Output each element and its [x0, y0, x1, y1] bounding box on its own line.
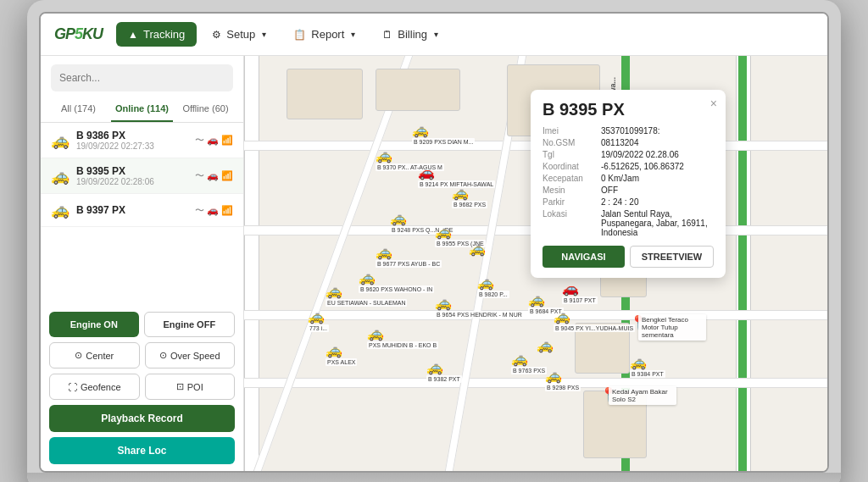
popup-label-gsm: No.GSM: [542, 138, 598, 147]
report-icon: 📋: [293, 29, 306, 41]
center-label: Center: [86, 351, 114, 361]
over-speed-button[interactable]: ⊙ Over Speed: [145, 342, 236, 368]
map-car: 🚕B 9382 PXT: [426, 359, 462, 383]
poi-label: POI: [187, 382, 203, 392]
vehicle-time: 19/09/2022 02:28:06: [76, 177, 188, 186]
vehicle-icon: 🚕: [51, 167, 70, 186]
billing-caret: ▾: [434, 30, 438, 39]
popup-value-imei: 353701099178:: [601, 126, 660, 136]
tab-online[interactable]: Online (114): [111, 97, 173, 122]
tracking-label: Tracking: [143, 28, 185, 41]
tracking-button[interactable]: ▲ Tracking: [116, 22, 197, 47]
popup-row-koordinat: Koordinat -6.512625, 106.86372: [542, 162, 714, 171]
map-car: 🚕773 i...: [308, 308, 329, 332]
vehicle-info: B 9395 PX 19/09/2022 02:28:06: [76, 165, 188, 186]
map-car: 🚕B 9682 PXS: [452, 185, 487, 208]
center-icon: ⊙: [75, 350, 82, 361]
wifi-icon: 📶: [221, 170, 233, 181]
map-area[interactable]: Jl. Pahlawa... 📍 Bengkel Bodi dan Las Ke…: [244, 56, 827, 471]
navigasi-button[interactable]: NAVIGASI: [542, 246, 625, 268]
poi-button[interactable]: ⊡ POI: [145, 374, 236, 400]
logo-text: GP5KU: [54, 25, 103, 43]
vehicle-info: B 9397 PX: [76, 204, 188, 216]
laptop-screen: GP5KU ▲ Tracking ⚙ Setup ▾ 📋 Report ▾ �: [39, 12, 829, 473]
setup-icon: ⚙: [212, 29, 221, 41]
engine-row: Engine ON Engine OFF: [49, 312, 235, 337]
vehicle-popup: × B 9395 PX Imei 353701099178: No.GSM 08…: [531, 90, 726, 278]
trending-icon: 〜: [195, 204, 204, 217]
car-action-icon: 🚗: [207, 205, 219, 216]
popup-row-lokasi: Lokasi Jalan Sentul Raya, Puspanegara, J…: [542, 209, 714, 237]
vehicle-name: B 9386 PX: [76, 130, 188, 141]
popup-label-imei: Imei: [542, 126, 598, 136]
map-car: 🚕PXS MUHIDIN B - EKO B: [367, 325, 438, 349]
setup-button[interactable]: ⚙ Setup ▾: [200, 22, 278, 47]
search-input[interactable]: [51, 64, 233, 91]
report-label: Report: [311, 28, 344, 41]
popup-title: B 9395 PX: [542, 100, 714, 119]
engine-off-button[interactable]: Engine OFF: [144, 312, 236, 337]
billing-label: Billing: [398, 28, 427, 41]
geofence-icon: ⛶: [68, 382, 77, 392]
popup-row-tgl: Tgl 19/09/2022 02.28.06: [542, 150, 714, 159]
laptop-outer: GP5KU ▲ Tracking ⚙ Setup ▾ 📋 Report ▾ �: [27, 0, 841, 482]
main-layout: All (174) Online (114) Offline (60) 🚕 B …: [41, 56, 827, 471]
report-button[interactable]: 📋 Report ▾: [281, 22, 367, 47]
center-button[interactable]: ⊙ Center: [49, 342, 140, 368]
map-block: [376, 69, 460, 111]
trending-icon: 〜: [195, 169, 204, 182]
map-car: 🚕B 9763 PXS: [511, 351, 547, 374]
popup-row-imei: Imei 353701099178:: [542, 126, 714, 136]
map-car: 🚕PXS ALEX: [326, 342, 357, 366]
popup-label-tgl: Tgl: [542, 150, 598, 159]
top-nav: GP5KU ▲ Tracking ⚙ Setup ▾ 📋 Report ▾ �: [41, 14, 827, 56]
map-car: 🚕: [469, 241, 486, 257]
popup-row-kecepatan: Kecepatan 0 Km/Jam: [542, 174, 714, 183]
popup-buttons: NAVIGASI STREETVIEW: [542, 246, 714, 268]
report-caret: ▾: [351, 30, 355, 39]
map-car: 🚕EU SETIAWAN - SULAEMAN: [326, 283, 407, 307]
vehicle-item[interactable]: 🚕 B 9397 PX 〜 🚗 📶: [41, 194, 243, 227]
tracking-icon: ▲: [128, 29, 138, 41]
vehicle-item[interactable]: 🚕 B 9395 PX 19/09/2022 02:28:06 〜 🚗 📶: [41, 158, 243, 194]
map-car: 🚕B 9677 PXS AYUB - BC: [376, 244, 442, 268]
speed-icon: ⊙: [159, 350, 167, 361]
share-loc-button[interactable]: Share Loc: [49, 437, 235, 464]
vehicle-icon: 🚕: [51, 201, 70, 219]
map-car: 🚕B 9298 PXS: [545, 368, 581, 391]
over-speed-label: Over Speed: [170, 351, 220, 361]
logo: GP5KU: [54, 25, 103, 43]
popup-label-mesin: Mesin: [542, 186, 598, 195]
streetview-button[interactable]: STREETVIEW: [630, 246, 714, 268]
tab-all[interactable]: All (174): [47, 97, 109, 122]
vehicle-list: 🚕 B 9386 PX 19/09/2022 02:27:33 〜 🚗 📶 🚕: [41, 123, 243, 303]
sidebar-search-area: [41, 56, 243, 97]
popup-value-parkir: 2 : 24 : 20: [601, 197, 638, 207]
car-action-icon: 🚗: [207, 135, 219, 146]
billing-button[interactable]: 🗒 Billing ▾: [370, 22, 450, 47]
popup-row-gsm: No.GSM 08113204: [542, 138, 714, 147]
popup-row-mesin: Mesin OFF: [542, 186, 714, 195]
car-action-icon: 🚗: [207, 170, 219, 181]
setup-caret: ▾: [262, 30, 266, 39]
billing-icon: 🗒: [382, 29, 392, 41]
vehicle-time: 19/09/2022 02:27:33: [76, 141, 188, 151]
sidebar: All (174) Online (114) Offline (60) 🚕 B …: [41, 56, 244, 471]
vehicle-info: B 9386 PX 19/09/2022 02:27:33: [76, 130, 188, 151]
road-v1: [244, 56, 259, 471]
vehicle-item[interactable]: 🚕 B 9386 PX 19/09/2022 02:27:33 〜 🚗 📶: [41, 123, 243, 158]
vehicle-icon: 🚕: [51, 131, 70, 150]
wifi-icon: 📶: [221, 135, 233, 146]
popup-value-koordinat: -6.512625, 106.86372: [601, 162, 684, 171]
popup-label-koordinat: Koordinat: [542, 162, 598, 171]
geofence-button[interactable]: ⛶ Geofence: [49, 374, 140, 400]
vehicle-actions: 〜 🚗 📶: [195, 134, 233, 147]
map-car: 🚗B 9107 PXT: [562, 280, 598, 304]
tab-offline[interactable]: Offline (60): [175, 97, 236, 122]
engine-on-button[interactable]: Engine ON: [49, 312, 139, 337]
map-car: 🚕B 9384 PXT: [630, 354, 665, 378]
popup-close-button[interactable]: ×: [710, 97, 717, 110]
playback-record-button[interactable]: Playback Record: [49, 405, 235, 432]
laptop-base: [27, 473, 841, 482]
popup-row-parkir: Parkir 2 : 24 : 20: [542, 197, 714, 207]
